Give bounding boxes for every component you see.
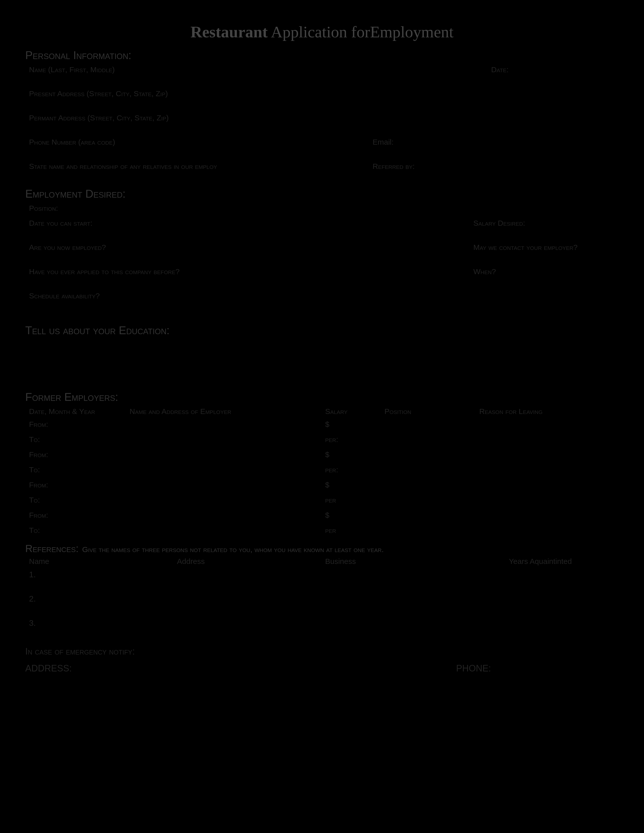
fe-position[interactable] [382,509,476,539]
ref-name-1[interactable]: 1. [26,568,174,592]
start-date-field[interactable]: Date you can start: [26,217,470,241]
fe-to[interactable]: To: [26,463,127,479]
references-table: Name Address Business Years Aquaintinted… [25,554,619,641]
fe-employer[interactable] [126,509,322,539]
when-field[interactable]: When? [470,265,618,289]
fe-dollar[interactable]: $ [322,479,382,494]
fe-from[interactable]: From: [26,418,127,433]
fe-header-salary: Salary [322,405,382,418]
fe-reason[interactable] [476,418,618,448]
emergency-phone-line[interactable] [493,663,619,671]
fe-per[interactable]: per: [322,463,382,479]
fe-employer[interactable] [126,448,322,479]
employment-table: Position: Date you can start: Salary Des… [25,201,619,314]
ref-name-3[interactable]: 3. [26,616,174,641]
ref-years-3[interactable] [506,616,618,641]
fe-header-date: Date, Month & Year [26,405,127,418]
date-field[interactable]: Date: [488,63,618,87]
present-address-field[interactable]: Present Address (Street, City, State, Zi… [26,87,618,112]
email-field[interactable]: Email: [369,136,618,160]
permanent-address-field[interactable]: Permant Address (Street, City, State, Zi… [26,112,618,136]
fe-dollar[interactable]: $ [322,448,382,463]
ref-address-3[interactable] [174,616,322,641]
fe-position[interactable] [382,418,476,448]
employed-field[interactable]: Are you now employed? [26,241,470,265]
referred-field[interactable]: Referred by: [369,160,618,184]
fe-header-position: Position [382,405,476,418]
ref-header-name: Name [26,555,174,568]
phone-field[interactable]: Phone Number (area code) [26,136,369,160]
title-mid: Application for [268,23,370,41]
ref-business-3[interactable] [322,616,506,641]
salary-field[interactable]: Salary Desired: [470,217,618,241]
education-line-2[interactable] [25,360,619,383]
fe-reason[interactable] [476,448,618,479]
schedule-field[interactable]: Schedule availability? [26,289,618,314]
emergency-name-line[interactable] [137,646,619,654]
fe-to[interactable]: To: [26,524,127,539]
ref-address-1[interactable] [174,568,322,592]
emergency-heading: In case of emergency notify: [25,646,135,657]
fe-to[interactable]: To: [26,494,127,509]
references-heading: References: [25,543,79,554]
fe-from[interactable]: From: [26,448,127,463]
fe-employer[interactable] [126,418,322,448]
title-end: Employment [370,23,454,41]
fe-position[interactable] [382,448,476,479]
fe-reason[interactable] [476,479,618,509]
emergency-phone-label: PHONE: [456,663,491,674]
education-line-1[interactable] [25,338,619,360]
name-field[interactable]: Name (Last, First, Middle) [26,63,488,87]
ref-business-1[interactable] [322,568,506,592]
fe-to[interactable]: To: [26,433,127,448]
fe-header-name: Name and Address of Employer [126,405,322,418]
ref-years-2[interactable] [506,592,618,616]
former-employers-heading: Former Employers: [25,391,619,404]
fe-dollar[interactable]: $ [322,418,382,433]
ref-header-years: Years Aquaintinted [506,555,618,568]
relatives-field[interactable]: State name and relationship of any relat… [26,160,369,184]
references-subtext: Give the names of three persons not rela… [82,545,384,554]
ref-name-2[interactable]: 2. [26,592,174,616]
emergency-address-label: ADDRESS: [25,663,72,674]
education-heading: Tell us about your Education: [25,324,619,337]
former-employers-table: Date, Month & Year Name and Address of E… [25,404,619,539]
ref-header-address: Address [174,555,322,568]
ref-years-1[interactable] [506,568,618,592]
ref-business-2[interactable] [322,592,506,616]
ref-address-2[interactable] [174,592,322,616]
fe-from[interactable]: From: [26,509,127,524]
fe-from[interactable]: From: [26,479,127,494]
fe-position[interactable] [382,479,476,509]
fe-reason[interactable] [476,509,618,539]
contact-field[interactable]: May we contact your employer? [470,241,618,265]
applied-field[interactable]: Have you ever applied to this company be… [26,265,470,289]
fe-per[interactable]: per [322,524,382,539]
fe-per[interactable]: per [322,494,382,509]
fe-per[interactable]: per: [322,433,382,448]
position-field[interactable]: Position: [26,202,618,217]
fe-header-reason: Reason for Leaving [476,405,618,418]
personal-heading: Personal Information: [25,49,619,61]
fe-dollar[interactable]: $ [322,509,382,524]
page-title: Restaurant Application forEmployment [25,23,619,42]
title-bold: Restaurant [190,23,268,41]
emergency-address-line[interactable] [74,663,451,671]
ref-header-business: Business [322,555,506,568]
fe-employer[interactable] [126,479,322,509]
personal-table: Name (Last, First, Middle) Date: Present… [25,63,619,185]
employment-heading: Employment Desired: [25,188,619,200]
